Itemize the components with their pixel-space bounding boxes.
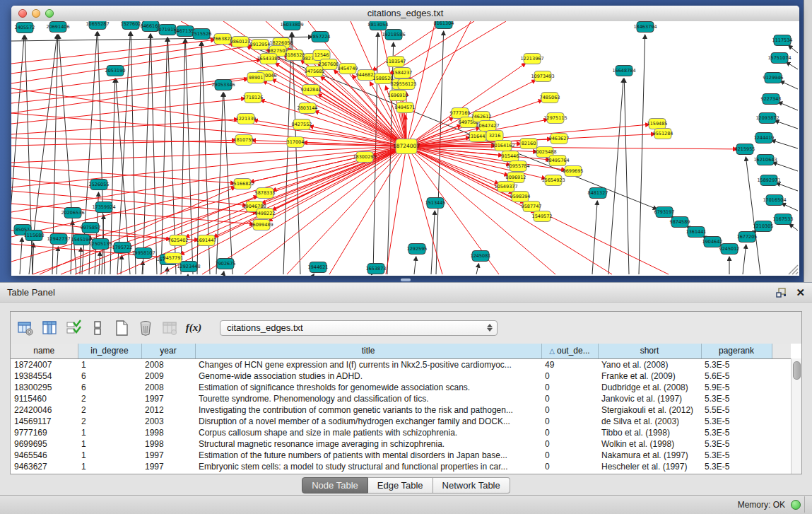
- network-canvas[interactable]: 2405572206914061065528715276028466160107…: [11, 21, 799, 276]
- column-header-title[interactable]: title: [195, 344, 541, 358]
- graph-node[interactable]: 29053346: [211, 80, 235, 90]
- graph-node[interactable]: 5878333: [255, 188, 276, 199]
- graph-node[interactable]: 20206536: [61, 208, 84, 218]
- graph-node[interactable]: 2316441: [468, 132, 488, 142]
- graph-node[interactable]: 1795722: [112, 243, 133, 253]
- row-height-icon[interactable]: [88, 319, 107, 337]
- graph-node[interactable]: 9551284: [653, 129, 673, 139]
- new-table-icon[interactable]: [112, 319, 131, 337]
- graph-node[interactable]: 9498222: [255, 209, 276, 219]
- float-panel-icon[interactable]: [776, 288, 787, 298]
- table-header-row[interactable]: namein_degreeyeartitle△out_de...shortpag…: [11, 344, 791, 358]
- graph-node[interactable]: 2718126: [243, 93, 264, 103]
- column-header-name[interactable]: name: [11, 344, 78, 358]
- graph-node[interactable]: 1167533: [773, 214, 794, 225]
- graph-node[interactable]: 16033809: [280, 21, 303, 30]
- graph-node[interactable]: 7485063: [540, 93, 560, 103]
- table-row[interactable]: 1872400712008Changes of HCN gene express…: [11, 358, 791, 370]
- graph-node[interactable]: 1696910: [388, 90, 408, 101]
- table-column-icon[interactable]: [40, 319, 59, 337]
- graph-node[interactable]: 1115688: [24, 230, 45, 241]
- graph-node[interactable]: 1245081: [471, 251, 491, 262]
- graph-node[interactable]: 9227343: [761, 94, 782, 105]
- table-row[interactable]: 969969511998Structural magnetic resonanc…: [11, 438, 791, 450]
- citation-network-graph[interactable]: 2405572206914061065528715276028466160107…: [11, 21, 799, 276]
- table-row[interactable]: 1456911722003Disruption of a novel membe…: [11, 416, 791, 427]
- column-header-short[interactable]: short: [598, 344, 701, 358]
- column-header-in_degree[interactable]: in_degree: [78, 344, 141, 358]
- graph-node[interactable]: 317004: [287, 137, 305, 148]
- graph-node[interactable]: 98901: [247, 73, 264, 83]
- table-row[interactable]: 1830029562008Estimation of significance …: [11, 382, 791, 393]
- graph-node[interactable]: 2803144: [298, 103, 318, 114]
- scrollbar-thumb[interactable]: [793, 361, 801, 380]
- graph-node[interactable]: 12213967: [520, 54, 543, 64]
- graph-node[interactable]: 1361441: [686, 227, 707, 238]
- graph-node[interactable]: 9245012: [719, 244, 740, 255]
- graph-node[interactable]: 1653873: [366, 264, 387, 274]
- graph-node[interactable]: 2526055: [89, 180, 110, 190]
- graph-hub-node[interactable]: 18724007: [393, 139, 420, 154]
- graph-node[interactable]: 15166822: [230, 179, 254, 189]
- graph-node[interactable]: 9587747: [522, 201, 542, 212]
- tab-node-table[interactable]: Node Table: [302, 477, 368, 493]
- graph-node[interactable]: 9129946: [763, 73, 784, 83]
- graph-node[interactable]: 15654923: [541, 175, 565, 186]
- function-builder-icon[interactable]: f(x): [184, 319, 203, 337]
- graph-node[interactable]: 10955784: [506, 161, 529, 172]
- graph-node[interactable]: 1159485: [647, 119, 668, 129]
- graph-node[interactable]: 12975115: [543, 113, 567, 124]
- graph-node[interactable]: 18495764: [546, 156, 569, 166]
- graph-node[interactable]: 8427552: [292, 119, 312, 130]
- graph-node[interactable]: 7515526: [192, 29, 212, 40]
- vertical-scrollbar[interactable]: [791, 358, 801, 474]
- graph-node[interactable]: 16210643: [753, 155, 777, 165]
- network-window-titlebar[interactable]: citations_edges.txt: [11, 6, 799, 22]
- table-select-rows-icon[interactable]: [64, 319, 83, 337]
- graph-node[interactable]: 8481327: [588, 188, 608, 199]
- graph-node[interactable]: 915446: [502, 151, 519, 162]
- table-row[interactable]: 2242004622012Investigating the contribut…: [11, 404, 791, 416]
- column-header-pagerank[interactable]: pagerank: [701, 344, 772, 358]
- graph-node[interactable]: 9975857: [81, 223, 101, 233]
- graph-node[interactable]: 82160: [520, 139, 537, 149]
- graph-node[interactable]: 9463627: [549, 134, 570, 144]
- graph-node[interactable]: 19958107: [131, 248, 155, 259]
- graph-node[interactable]: 1691447: [196, 235, 217, 246]
- graph-node[interactable]: 16543382: [257, 54, 280, 64]
- graph-node[interactable]: 1584237: [392, 68, 413, 78]
- table-row[interactable]: 946362711997Embryonic stem cells: a mode…: [11, 461, 791, 472]
- graph-node[interactable]: 16648784: [612, 66, 635, 76]
- canvas-resize-grip-icon[interactable]: [789, 265, 798, 274]
- graph-node[interactable]: 9699695: [563, 166, 584, 177]
- graph-node[interactable]: 1117534: [772, 35, 793, 46]
- graph-node[interactable]: 9860123: [230, 37, 251, 47]
- graph-node[interactable]: 3475685: [305, 66, 325, 77]
- graph-node[interactable]: 1513445: [425, 198, 446, 209]
- graph-node[interactable]: 10164162: [491, 141, 514, 151]
- graph-node[interactable]: 12942737: [47, 234, 70, 245]
- graph-node[interactable]: 1210305: [753, 221, 774, 232]
- graph-node[interactable]: 9598394: [510, 192, 531, 202]
- table-row[interactable]: 911546021997Tourette syndrome. Phenomeno…: [11, 393, 791, 404]
- graph-node[interactable]: 8215955: [735, 144, 755, 155]
- graph-node[interactable]: 7857224: [310, 32, 331, 42]
- graph-node[interactable]: 1183547: [386, 57, 406, 67]
- graph-node[interactable]: 2405572: [15, 23, 35, 33]
- graph-node[interactable]: 17016504: [763, 195, 786, 206]
- graph-node[interactable]: 17359924: [92, 202, 115, 213]
- graph-node[interactable]: 20691406: [46, 22, 69, 33]
- column-header-year[interactable]: year: [141, 344, 195, 358]
- graph-node[interactable]: 18463794: [633, 22, 657, 33]
- graph-node[interactable]: 3216: [486, 131, 503, 141]
- graph-node[interactable]: 1244419: [754, 133, 775, 144]
- graph-node[interactable]: 15892971: [757, 175, 780, 186]
- graph-node[interactable]: 15751074: [767, 53, 791, 64]
- graph-node[interactable]: 12093872: [755, 113, 779, 124]
- graph-node[interactable]: 1677205: [737, 232, 758, 243]
- graph-node[interactable]: 8161304: [434, 21, 454, 29]
- graph-node[interactable]: 1527602: [121, 21, 141, 30]
- graph-node[interactable]: 2053190: [105, 66, 126, 76]
- graph-node[interactable]: 7625402: [168, 235, 189, 246]
- graph-node[interactable]: 1944621: [308, 262, 329, 273]
